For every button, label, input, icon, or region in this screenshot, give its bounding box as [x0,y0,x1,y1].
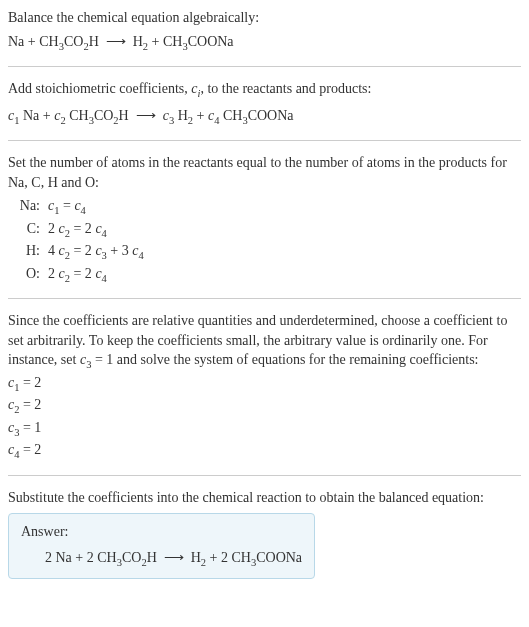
divider [8,66,521,67]
divider [8,140,521,141]
coeff-line: c2 = 2 [8,395,521,417]
atom-row: O: 2 c2 = 2 c4 [8,264,521,286]
atom-row: Na: c1 = c4 [8,196,521,218]
atom-label: O: [8,264,48,286]
coeff-line: c4 = 2 [8,440,521,462]
atom-table: Na: c1 = c4 C: 2 c2 = 2 c4 H: 4 c2 = 2 c… [8,196,521,286]
answer-label: Answer: [21,522,302,542]
divider [8,475,521,476]
step5-title: Substitute the coefficients into the che… [8,488,521,508]
atom-row: C: 2 c2 = 2 c4 [8,219,521,241]
step1-equation: Na + CH3CO2H ⟶ H2 + CH3COONa [8,32,521,54]
answer-equation: 2 Na + 2 CH3CO2H ⟶ H2 + 2 CH3COONa [21,548,302,570]
step4: Since the coefficients are relative quan… [8,311,521,463]
coeff-line: c3 = 1 [8,418,521,440]
step2-equation: c1 Na + c2 CH3CO2H ⟶ c3 H2 + c4 CH3COONa [8,106,521,128]
atom-label: Na: [8,196,48,218]
atom-label: C: [8,219,48,241]
atom-equation: c1 = c4 [48,196,521,218]
step4-title: Since the coefficients are relative quan… [8,311,521,373]
answer-box: Answer: 2 Na + 2 CH3CO2H ⟶ H2 + 2 CH3COO… [8,513,315,579]
step3: Set the number of atoms in the reactants… [8,153,521,286]
step1-title: Balance the chemical equation algebraica… [8,8,521,28]
atom-label: H: [8,241,48,263]
atom-equation: 4 c2 = 2 c3 + 3 c4 [48,241,521,263]
step5: Substitute the coefficients into the che… [8,488,521,580]
divider [8,298,521,299]
step2-title: Add stoichiometric coefficients, ci, to … [8,79,521,101]
atom-equation: 2 c2 = 2 c4 [48,219,521,241]
atom-row: H: 4 c2 = 2 c3 + 3 c4 [8,241,521,263]
step3-title: Set the number of atoms in the reactants… [8,153,521,192]
step1: Balance the chemical equation algebraica… [8,8,521,54]
coeff-line: c1 = 2 [8,373,521,395]
step2: Add stoichiometric coefficients, ci, to … [8,79,521,128]
atom-equation: 2 c2 = 2 c4 [48,264,521,286]
